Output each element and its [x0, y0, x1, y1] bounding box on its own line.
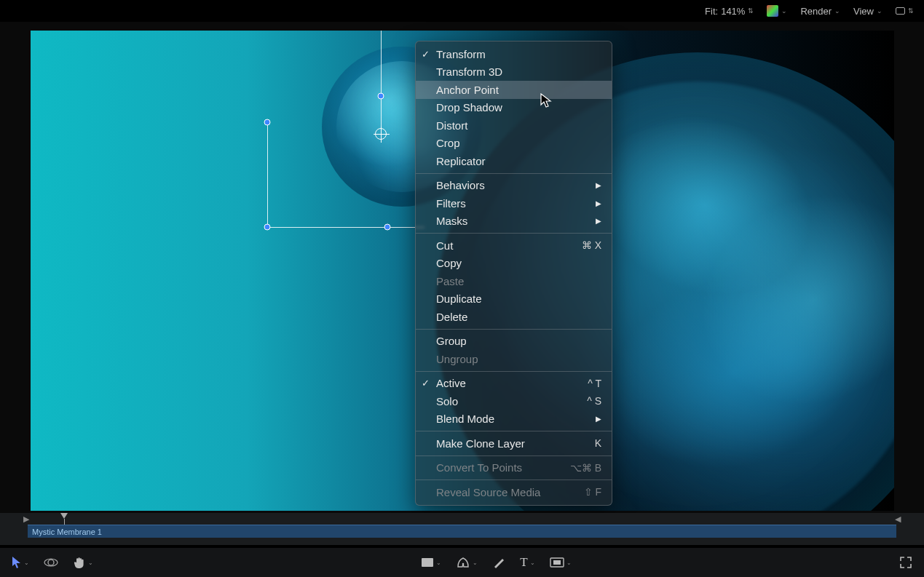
view-label: View — [853, 6, 874, 17]
menu-shortcut: K — [595, 437, 601, 449]
menu-item-label: Paste — [436, 275, 464, 287]
svg-rect-2 — [422, 558, 433, 567]
menu-shortcut: ^ S — [587, 395, 601, 407]
fullscreen-toggle[interactable] — [899, 556, 912, 569]
color-swatch-icon — [767, 5, 778, 17]
submenu-arrow-icon: ▶ — [596, 199, 601, 207]
viewer-top-bar: Fit: 141% ⇅ ⌄ Render ⌄ View ⌄ ⇅ — [0, 0, 924, 22]
menu-item-distort[interactable]: Distort — [416, 116, 612, 135]
brush-tool[interactable] — [492, 556, 505, 569]
chevron-down-icon: ⌄ — [24, 560, 29, 566]
menu-item-label: Distort — [436, 119, 467, 132]
menu-item-paste: Paste — [416, 272, 612, 290]
anchor-point-icon[interactable] — [375, 128, 387, 140]
timeline-out-marker-icon[interactable]: ◀ — [895, 514, 901, 524]
menu-item-convert-to-points: Convert To Points⌥⌘ B — [416, 459, 612, 477]
menu-item-label: Active — [436, 377, 466, 389]
menu-item-filters[interactable]: Filters▶ — [416, 194, 612, 212]
menu-separator — [416, 455, 612, 456]
shape-tool[interactable]: ⌄ — [421, 557, 441, 568]
menu-item-anchor-point[interactable]: Anchor Point — [416, 81, 612, 99]
svg-point-3 — [462, 563, 465, 565]
menu-item-label: Copy — [436, 257, 462, 269]
menu-item-label: Masks — [436, 215, 467, 227]
menu-item-label: Delete — [436, 311, 467, 323]
menu-item-crop[interactable]: Crop — [416, 135, 612, 153]
transform-handle[interactable] — [264, 119, 271, 126]
menu-item-make-clone-layer[interactable]: Make Clone LayerK — [416, 434, 612, 453]
menu-item-blend-mode[interactable]: Blend Mode▶ — [416, 410, 612, 429]
menu-item-drop-shadow[interactable]: Drop Shadow — [416, 99, 612, 117]
menu-item-replicator[interactable]: Replicator — [416, 152, 612, 170]
checkmark-icon: ✓ — [422, 378, 430, 389]
menu-item-label: Replicator — [436, 155, 486, 167]
menu-item-ungroup: Ungroup — [416, 350, 612, 368]
transform-handle[interactable] — [384, 224, 391, 231]
rotation-handle[interactable] — [378, 93, 384, 100]
svg-rect-5 — [553, 560, 561, 565]
menu-separator — [416, 479, 612, 480]
pen-tool[interactable]: ⌄ — [456, 556, 478, 569]
menu-item-label: Reveal Source Media — [436, 486, 540, 498]
color-channel-control[interactable]: ⌄ — [767, 5, 787, 17]
context-menu[interactable]: ✓TransformTransform 3DAnchor PointDrop S… — [415, 41, 612, 506]
fit-value: 141% — [721, 6, 745, 17]
menu-item-active[interactable]: ✓Active^ T — [416, 375, 612, 393]
menu-item-group[interactable]: Group — [416, 333, 612, 351]
chevron-down-icon: ⌄ — [88, 560, 93, 566]
transform-handle[interactable] — [264, 224, 271, 231]
menu-item-transform-3d[interactable]: Transform 3D — [416, 63, 612, 81]
timeline-in-marker-icon[interactable]: ▶ — [23, 514, 29, 524]
chevron-down-icon: ⌄ — [473, 560, 478, 566]
fit-zoom-control[interactable]: Fit: 141% ⇅ — [705, 6, 754, 17]
menu-item-delete[interactable]: Delete — [416, 308, 612, 326]
svg-point-0 — [48, 560, 54, 565]
pan-tool[interactable]: ⌄ — [73, 556, 93, 569]
selection-edge — [267, 227, 425, 228]
menu-item-label: Convert To Points — [436, 461, 522, 474]
menu-separator — [416, 173, 612, 174]
fit-label: Fit: — [705, 6, 718, 17]
select-tool[interactable]: ⌄ — [12, 556, 29, 569]
menu-item-reveal-source-media: Reveal Source Media⇧ F — [416, 483, 612, 501]
selection-edge — [267, 122, 268, 228]
chevron-down-icon: ⌄ — [566, 560, 572, 566]
screen-icon — [896, 7, 905, 15]
menu-item-label: Transform — [436, 48, 486, 60]
mini-timeline[interactable]: ▶ ◀ Mystic Membrane 1 — [0, 513, 924, 545]
menu-separator — [416, 329, 612, 330]
layout-control[interactable]: ⇅ — [896, 7, 914, 15]
menu-item-label: Cut — [436, 239, 453, 252]
selection-guide — [381, 31, 382, 96]
menu-item-label: Solo — [436, 395, 458, 407]
menu-item-behaviors[interactable]: Behaviors▶ — [416, 177, 612, 195]
render-menu[interactable]: Render ⌄ — [800, 6, 840, 17]
timeline-track[interactable]: Mystic Membrane 1 — [28, 525, 896, 538]
mask-tool[interactable]: ⌄ — [550, 557, 572, 568]
render-label: Render — [800, 6, 832, 17]
submenu-arrow-icon: ▶ — [596, 181, 601, 189]
orbit-tool[interactable] — [44, 556, 58, 569]
menu-item-label: Anchor Point — [436, 84, 499, 96]
menu-item-label: Drop Shadow — [436, 101, 502, 114]
menu-item-masks[interactable]: Masks▶ — [416, 212, 612, 231]
menu-item-cut[interactable]: Cut⌘ X — [416, 236, 612, 255]
menu-shortcut: ⌥⌘ B — [570, 462, 601, 474]
menu-shortcut: ⌘ X — [582, 239, 601, 251]
menu-item-label: Ungroup — [436, 353, 478, 365]
chevron-down-icon: ⌄ — [877, 7, 882, 15]
menu-item-duplicate[interactable]: Duplicate — [416, 290, 612, 309]
menu-item-label: Crop — [436, 137, 460, 149]
updown-icon: ⇅ — [908, 7, 914, 15]
chevron-down-icon: ⌄ — [781, 7, 787, 15]
menu-item-copy[interactable]: Copy — [416, 255, 612, 273]
menu-item-label: Make Clone Layer — [436, 437, 525, 450]
menu-separator — [416, 431, 612, 431]
chevron-down-icon: ⌄ — [436, 560, 441, 566]
chevron-down-icon: ⌄ — [530, 560, 535, 566]
menu-item-solo[interactable]: Solo^ S — [416, 392, 612, 410]
view-menu[interactable]: View ⌄ — [853, 6, 882, 17]
menu-item-label: Filters — [436, 197, 466, 210]
text-tool[interactable]: T ⌄ — [520, 555, 534, 570]
menu-item-transform[interactable]: ✓Transform — [416, 45, 612, 63]
